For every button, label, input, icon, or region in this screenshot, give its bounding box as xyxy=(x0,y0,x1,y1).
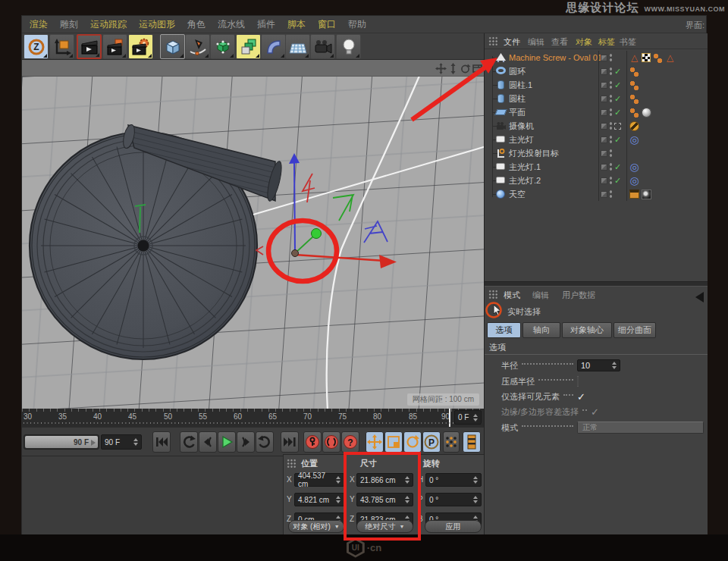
range-slider-handle[interactable]: 90 F xyxy=(25,436,98,448)
layer-toggle[interactable] xyxy=(601,164,607,171)
camera-tool-button[interactable] xyxy=(310,34,335,59)
timeline-window-button[interactable] xyxy=(463,431,481,453)
tab-object-axis[interactable]: 对象轴心 xyxy=(562,322,612,338)
pos-x-field[interactable]: 404.537 cm xyxy=(294,473,344,487)
play-backward-loop-button[interactable] xyxy=(180,431,198,453)
am-menu-edit[interactable]: 编辑 xyxy=(532,290,549,301)
object-name[interactable]: 主光灯.2 xyxy=(509,174,541,187)
menu-sculpt[interactable]: 雕刻 xyxy=(60,18,78,31)
object-name[interactable]: 圆环 xyxy=(509,64,526,78)
layer-toggle[interactable] xyxy=(601,177,607,184)
tolerance-checkbox[interactable] xyxy=(591,406,599,418)
visibility-dots[interactable] xyxy=(609,53,613,62)
compositing-tag-icon[interactable] xyxy=(642,53,651,62)
z-axis-knob[interactable] xyxy=(312,229,322,239)
z-tool-button[interactable]: Z xyxy=(24,34,49,59)
om-menu-tags[interactable]: 标签 xyxy=(598,36,615,48)
playhead[interactable] xyxy=(449,409,450,427)
smoothing-tag-icon[interactable] xyxy=(629,80,639,90)
menu-mograph[interactable]: 运动图形 xyxy=(139,18,175,31)
viewport-layout-toggle-icon[interactable] xyxy=(472,63,483,74)
tab-subdivision[interactable]: 细分曲面 xyxy=(613,322,656,338)
viewport-rotate-icon[interactable] xyxy=(460,63,471,74)
enabled-check-icon[interactable] xyxy=(614,163,621,171)
visibility-dots[interactable] xyxy=(609,149,613,158)
panel-grip-icon[interactable] xyxy=(488,36,498,46)
collapse-arrow-icon[interactable] xyxy=(695,292,704,302)
object-name[interactable]: 主光灯 xyxy=(509,133,534,146)
object-row-torus[interactable]: 圆环 xyxy=(485,64,708,78)
timeline-ruler[interactable]: 30 35 40 45 50 55 60 65 70 75 80 85 90 0… xyxy=(22,409,484,427)
record-scale-toggle[interactable] xyxy=(384,431,403,453)
stepper[interactable] xyxy=(131,438,138,446)
visibility-dots[interactable] xyxy=(609,67,613,76)
menu-motion-tracker[interactable]: 运动跟踪 xyxy=(90,18,127,31)
stepper[interactable] xyxy=(471,414,478,422)
om-menu-file[interactable]: 文件 xyxy=(504,36,520,48)
pos-y-field[interactable]: 4.821 cm xyxy=(294,493,344,506)
object-name[interactable]: 摄像机 xyxy=(509,119,534,133)
goto-start-button[interactable] xyxy=(152,431,171,453)
pressure-radius-checkbox[interactable] xyxy=(577,376,579,387)
object-name[interactable]: 主光灯.1 xyxy=(509,160,541,174)
visibility-dots[interactable] xyxy=(609,121,613,130)
object-name[interactable]: 平面 xyxy=(509,105,526,119)
visibility-dots[interactable] xyxy=(609,135,613,144)
record-keyframe-button[interactable] xyxy=(303,431,322,453)
autokey-button[interactable] xyxy=(322,431,340,453)
phong-tag-icon[interactable] xyxy=(665,53,675,63)
visibility-dots[interactable] xyxy=(609,108,613,117)
edit-mesh-button[interactable] xyxy=(210,34,235,59)
enabled-check-icon[interactable] xyxy=(614,67,621,76)
panel-divider[interactable] xyxy=(485,281,708,287)
layer-toggle[interactable] xyxy=(601,82,607,89)
floor-grid-button[interactable] xyxy=(285,34,310,59)
record-parameter-toggle[interactable]: P xyxy=(422,431,441,453)
viewport-canvas[interactable]: 网格间距 : 100 cm xyxy=(22,77,484,409)
material-tag-icon[interactable] xyxy=(642,108,651,118)
coordinate-axes-button[interactable] xyxy=(49,34,74,59)
target-tag-icon[interactable] xyxy=(629,135,639,145)
object-row-main-light[interactable]: 主光灯 xyxy=(485,133,708,146)
motion-gear-button[interactable] xyxy=(128,34,153,59)
object-name[interactable]: Machine Screw - Oval 01 xyxy=(509,51,602,64)
size-mode-dropdown[interactable]: 绝对尺寸▼ xyxy=(356,520,413,533)
motion-system-button[interactable] xyxy=(102,34,127,59)
viewport-title-bar[interactable] xyxy=(22,60,484,77)
texture-tag-icon[interactable] xyxy=(642,190,651,199)
enabled-check-icon[interactable] xyxy=(614,177,621,185)
om-menu-edit[interactable]: 编辑 xyxy=(528,36,544,48)
smoothing-tag-icon[interactable] xyxy=(629,67,639,77)
object-row-main-light-2[interactable]: 主光灯.2 xyxy=(485,174,708,187)
enabled-check-icon[interactable] xyxy=(614,81,621,89)
next-key-button[interactable] xyxy=(237,431,255,453)
motion-clip-button[interactable] xyxy=(77,34,102,59)
play-button[interactable] xyxy=(218,431,236,453)
visibility-dots[interactable] xyxy=(609,162,613,171)
menu-help[interactable]: 帮助 xyxy=(348,18,366,31)
layer-toggle[interactable] xyxy=(601,191,607,198)
mode-dropdown[interactable]: 正常 xyxy=(577,422,704,434)
target-tag-icon[interactable] xyxy=(629,176,639,186)
deformer-shell-button[interactable] xyxy=(261,34,286,59)
add-cube-primitive-button[interactable] xyxy=(160,34,185,59)
visibility-dots[interactable] xyxy=(609,190,613,199)
protection-tag-icon[interactable] xyxy=(629,121,639,131)
phong-tag-icon[interactable] xyxy=(629,53,639,63)
compositing-tag-icon[interactable] xyxy=(629,190,639,199)
keyframe-options-button[interactable]: ? xyxy=(341,431,359,453)
timeline-range-slider[interactable]: 90 F xyxy=(24,434,99,450)
layer-toggle[interactable] xyxy=(601,150,607,157)
radius-field[interactable]: 10 xyxy=(577,359,620,371)
tab-options[interactable]: 选项 xyxy=(487,322,521,338)
point-level-animation-toggle[interactable] xyxy=(443,431,460,453)
layout-selector[interactable]: 界面: xyxy=(686,20,704,31)
menu-plugins[interactable]: 插件 xyxy=(257,18,275,31)
layer-toggle[interactable] xyxy=(601,109,607,116)
playhead-frame-field[interactable]: 0 F xyxy=(454,410,482,425)
spline-pen-button[interactable] xyxy=(185,34,210,59)
enabled-check-icon[interactable] xyxy=(614,108,621,117)
play-forward-loop-button[interactable] xyxy=(256,431,274,453)
viewport-zoom-icon[interactable] xyxy=(447,63,459,74)
y-axis-handle[interactable] xyxy=(294,161,295,253)
